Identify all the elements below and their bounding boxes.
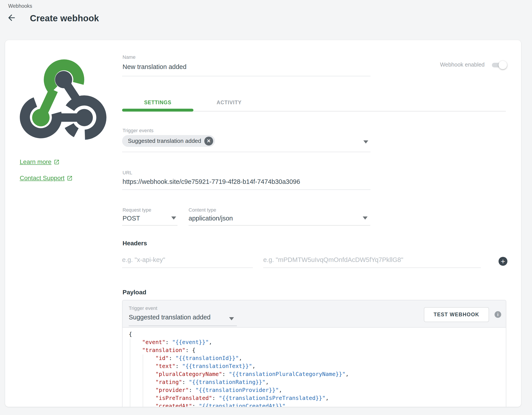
header-key-input[interactable] [122,252,253,268]
request-type-label: Request type [123,207,151,213]
name-input[interactable]: New translation added [123,63,187,70]
chip-label: Suggested translation added [128,138,201,144]
trigger-events-label: Trigger events [123,128,153,134]
webhook-enabled-toggle[interactable] [492,61,507,69]
contact-support-label: Contact Support [20,175,65,182]
url-underline [122,189,370,190]
back-arrow-icon[interactable] [7,13,16,23]
payload-trigger-event-select[interactable]: Suggested translation added [129,314,210,321]
external-link-icon [67,175,73,181]
tab-settings[interactable]: SETTINGS [122,96,193,112]
content-type-dropdown-icon[interactable] [363,217,368,220]
url-input[interactable]: https://webhook.site/c9e75921-7719-4f28-… [123,178,300,185]
payload-header: Trigger event Suggested translation adde… [123,300,506,328]
trigger-events-underline [122,152,370,152]
url-label: URL [123,170,132,176]
request-type-underline [122,225,178,226]
trigger-event-chip[interactable]: Suggested translation added ✕ [122,135,215,147]
headers-section-title: Headers [123,240,147,247]
learn-more-label: Learn more [20,158,51,166]
name-underline [122,76,370,76]
learn-more-link[interactable]: Learn more [20,158,60,166]
tab-bar: SETTINGS ACTIVITY [122,96,506,112]
test-webhook-button[interactable]: TEST WEBHOOK [424,307,489,322]
chip-remove-icon[interactable]: ✕ [204,137,213,146]
request-type-dropdown-icon[interactable] [171,217,176,220]
content-type-label: Content type [189,207,216,213]
add-header-button[interactable]: + [499,257,507,266]
page-title: Create webhook [30,13,99,23]
indent-guide [130,338,130,407]
payload-code[interactable]: { "event": "{{event}}", "translation": {… [123,328,506,407]
payload-card: Trigger event Suggested translation adde… [122,300,506,407]
content-type-underline [189,225,370,226]
breadcrumb[interactable]: Webhooks [8,3,32,9]
tab-activity[interactable]: ACTIVITY [193,96,265,112]
webhook-enabled-label: Webhook enabled [440,61,484,68]
webhook-form-card: Learn more Contact Support Name New tran… [5,40,521,407]
info-icon[interactable]: i [494,311,501,318]
plus-icon: + [501,257,505,265]
payload-trigger-event-label: Trigger event [129,306,157,311]
request-type-select[interactable]: POST [123,215,140,222]
payload-trigger-dropdown-icon[interactable] [229,317,234,320]
toggle-thumb [499,61,507,69]
payload-section-title: Payload [123,289,146,296]
payload-trigger-underline [129,326,237,326]
webhook-logo-icon [19,58,109,145]
contact-support-link[interactable]: Contact Support [20,175,73,182]
name-label: Name [123,54,136,60]
content-type-select[interactable]: application/json [189,215,233,222]
indent-guide [143,355,143,407]
external-link-icon [54,159,60,165]
trigger-events-dropdown-icon[interactable] [363,140,368,144]
header-value-input[interactable] [263,252,481,268]
